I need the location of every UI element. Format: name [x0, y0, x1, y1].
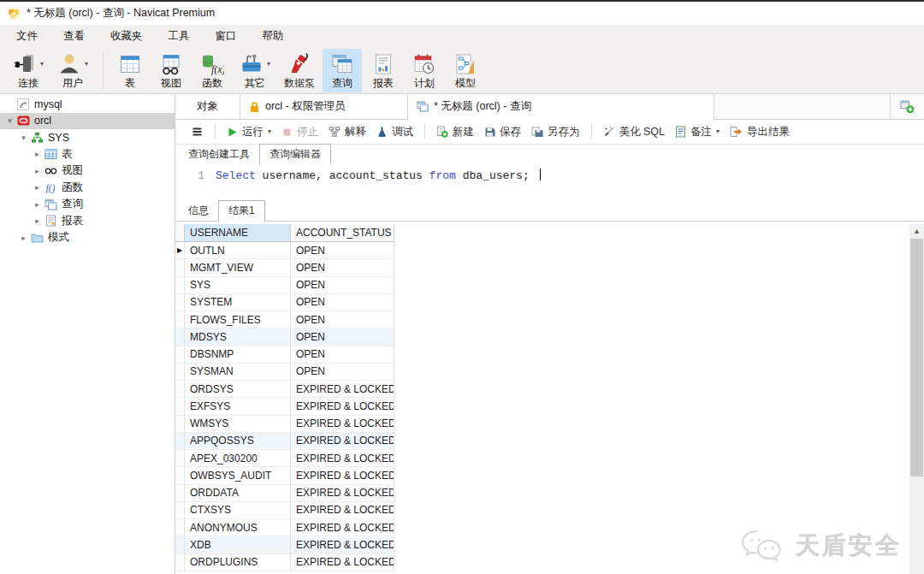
- cell-account-status[interactable]: EXPIRED & LOCKED: [291, 416, 394, 433]
- editor-tab-query-builder[interactable]: 查询创建工具: [179, 145, 259, 164]
- cell-account-status[interactable]: EXPIRED & LOCKED: [291, 450, 394, 467]
- menu-item-tools[interactable]: 工具: [156, 26, 203, 47]
- cell-account-status[interactable]: EXPIRED & LOCKED: [291, 536, 394, 553]
- tree-item-label: 视图: [62, 163, 83, 178]
- tree-item-sys[interactable]: ▾SYS: [0, 129, 175, 146]
- cell-account-status[interactable]: OPEN: [291, 311, 394, 328]
- tree-item-tables[interactable]: ▸表: [0, 146, 175, 163]
- query-toolbar-button-debug[interactable]: 调试: [371, 122, 418, 142]
- cell-account-status[interactable]: OPEN: [291, 242, 394, 259]
- vertical-scrollbar[interactable]: ▲: [909, 224, 924, 574]
- cell-username[interactable]: SYSTEM: [185, 294, 291, 311]
- cell-username[interactable]: ORDSYS: [185, 381, 291, 398]
- cell-account-status[interactable]: OPEN: [291, 259, 394, 276]
- query-toolbar-button-run[interactable]: 运行▾: [222, 122, 276, 142]
- cell-username[interactable]: OWBSYS_AUDIT: [185, 467, 291, 484]
- new-tab-icon: [900, 100, 915, 114]
- cell-account-status[interactable]: EXPIRED & LOCKED: [291, 485, 394, 502]
- cell-username[interactable]: APPQOSSYS: [185, 433, 291, 450]
- toolbar-button-others[interactable]: ▾其它: [234, 49, 276, 92]
- sql-fragment: dba_users;: [456, 169, 536, 182]
- scrollbar-thumb[interactable]: [910, 239, 923, 476]
- cell-account-status[interactable]: OPEN: [291, 277, 394, 294]
- toolbar-button-report[interactable]: 报表: [364, 49, 403, 92]
- menu-item-help[interactable]: 帮助: [250, 26, 297, 47]
- cell-username[interactable]: OUTLN: [185, 242, 291, 259]
- scroll-up-arrow-icon[interactable]: ▲: [909, 224, 924, 238]
- tree-item-orcl[interactable]: ▾orcl: [0, 113, 175, 130]
- editor-tab-query-editor[interactable]: 查询编辑器: [259, 144, 331, 165]
- toolbar-button-model[interactable]: 模型: [446, 49, 485, 92]
- stop-icon: [281, 127, 293, 138]
- hamburger-menu-icon[interactable]: [186, 124, 209, 139]
- cell-username[interactable]: CTXSYS: [185, 502, 291, 519]
- toolbar-button-schedule[interactable]: 计划: [405, 49, 444, 92]
- cell-account-status[interactable]: EXPIRED & LOCKED: [291, 554, 394, 571]
- query-toolbar-button-save-as[interactable]: 另存为: [526, 122, 585, 142]
- cell-account-status[interactable]: EXPIRED & LOCKED: [291, 502, 394, 519]
- tree-item-functions[interactable]: ▸f()函数: [0, 180, 175, 197]
- tab-privilege-manager[interactable]: orcl - 权限管理员: [240, 94, 408, 120]
- new-tab-button[interactable]: [890, 94, 924, 120]
- tree-item-schemas[interactable]: ▸模式: [0, 229, 175, 246]
- tree-item-queries[interactable]: ▸查询: [0, 196, 175, 213]
- menu-item-file[interactable]: 文件: [3, 26, 50, 47]
- toolbar-button-table[interactable]: 表: [110, 49, 150, 92]
- cell-account-status[interactable]: OPEN: [291, 346, 394, 364]
- tree-item-label: orcl: [34, 115, 51, 127]
- cell-account-status[interactable]: EXPIRED & LOCKED: [291, 519, 394, 536]
- column-header-username[interactable]: USERNAME: [185, 224, 291, 242]
- cell-username[interactable]: MGMT_VIEW: [185, 259, 291, 276]
- query-toolbar-button-stop[interactable]: 停止: [276, 122, 323, 142]
- cell-account-status[interactable]: EXPIRED & LOCKED: [291, 381, 394, 398]
- query-toolbar-button-comment[interactable]: 备注▾: [670, 122, 725, 142]
- cell-username[interactable]: FLOWS_FILES: [185, 311, 291, 328]
- toolbar-button-function[interactable]: f(x)函数: [192, 49, 232, 92]
- query-toolbar-button-export-result[interactable]: 导出结果: [725, 122, 795, 142]
- cell-username[interactable]: APEX_030200: [185, 450, 291, 467]
- query-toolbar-button-save[interactable]: 保存: [479, 122, 526, 142]
- tree-item-views[interactable]: ▸视图: [0, 163, 175, 180]
- query-toolbar-button-new[interactable]: 新建: [431, 122, 479, 142]
- tree-item-mysql[interactable]: mysql: [0, 96, 175, 113]
- result-tab-info[interactable]: 信息: [179, 201, 218, 221]
- cell-account-status[interactable]: EXPIRED & LOCKED: [291, 467, 394, 484]
- cell-username[interactable]: ORDPLUGINS: [185, 554, 291, 571]
- cell-username[interactable]: WMSYS: [185, 416, 291, 433]
- cell-username[interactable]: EXFSYS: [185, 398, 291, 415]
- cell-username[interactable]: ANONYMOUS: [185, 519, 291, 536]
- toolbar-separator: [424, 124, 425, 139]
- watermark-text: 天盾安全: [796, 530, 902, 562]
- tab-objects[interactable]: 对象: [175, 94, 240, 120]
- toolbar-button-data-pump[interactable]: 数据泵: [278, 49, 321, 92]
- cell-username[interactable]: DBSNMP: [185, 346, 291, 364]
- cell-username[interactable]: ORDDATA: [185, 485, 291, 502]
- cell-username[interactable]: XDB: [185, 536, 291, 553]
- cell-account-status[interactable]: OPEN: [291, 328, 394, 346]
- cell-account-status[interactable]: OPEN: [291, 364, 394, 381]
- svg-text:f(): f(): [45, 183, 55, 194]
- cell-username[interactable]: MDSYS: [185, 328, 291, 346]
- toolbar-button-query[interactable]: 查询: [323, 49, 362, 92]
- cell-username[interactable]: SYS: [185, 277, 291, 294]
- query-toolbar-button-explain[interactable]: 解释: [323, 122, 371, 142]
- cell-username[interactable]: SYSMAN: [185, 364, 291, 381]
- tree-item-reports[interactable]: ▸报表: [0, 213, 175, 230]
- cell-account-status[interactable]: EXPIRED & LOCKED: [291, 398, 394, 415]
- result-tab-result-1[interactable]: 结果1: [218, 200, 265, 222]
- menu-item-view[interactable]: 查看: [50, 26, 98, 47]
- column-header-account-status[interactable]: ACCOUNT_STATUS: [291, 224, 394, 242]
- tree-item-label: 函数: [62, 180, 83, 195]
- tab-query-untitled[interactable]: * 无标题 (orcl) - 查询: [408, 94, 714, 120]
- header-indicator-cell: [175, 224, 185, 242]
- toolbar-button-view[interactable]: 视图: [151, 49, 191, 92]
- cell-account-status[interactable]: OPEN: [291, 294, 394, 311]
- toolbar-button-user[interactable]: ▾用户: [51, 49, 94, 92]
- row-indicator-cell: [175, 502, 185, 519]
- sql-editor[interactable]: 1Select username, account_status from db…: [175, 164, 924, 199]
- toolbar-button-connection[interactable]: ▾连接: [7, 49, 50, 92]
- cell-account-status[interactable]: EXPIRED & LOCKED: [291, 433, 394, 450]
- menu-item-favorites[interactable]: 收藏夹: [98, 26, 156, 47]
- query-toolbar-button-beautify-sql[interactable]: 美化 SQL: [598, 122, 671, 142]
- menu-item-window[interactable]: 窗口: [203, 26, 250, 47]
